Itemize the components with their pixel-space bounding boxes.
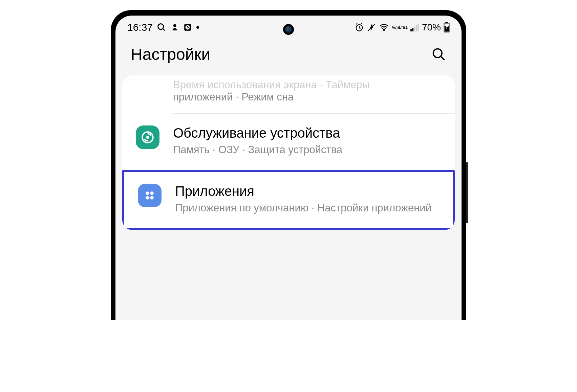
signal-icon [410,23,419,31]
vibrate-icon [367,23,376,32]
svg-point-29 [146,196,149,200]
settings-item-device-care[interactable]: Обслуживание устройства Память · ОЗУ · З… [122,114,455,170]
search-icon [157,23,166,32]
svg-point-23 [433,49,442,57]
settings-item-partial[interactable]: Время использования экрана · Таймеры при… [122,75,455,113]
svg-point-7 [196,26,199,29]
svg-line-1 [163,29,165,31]
svg-point-30 [150,196,154,200]
svg-point-2 [173,24,176,27]
svg-point-0 [158,24,164,29]
item-content: Обслуживание устройства Память · ОЗУ · З… [173,125,441,157]
item-content: Приложения Приложения по умолчанию · Нас… [175,184,439,215]
item-subtitle: Память · ОЗУ · Защита устройства [173,143,441,157]
partial-item-text: приложений · Режим сна [173,91,441,103]
item-title: Приложения [175,184,439,199]
svg-point-27 [146,191,149,195]
search-button[interactable] [431,47,446,62]
clock-icon [183,23,192,32]
phone-frame: 16:37 [111,10,466,320]
volte-icon: Vo)) LTE1 [392,26,408,29]
battery-icon [444,22,450,32]
device-care-icon [136,125,159,149]
phone-screen: 16:37 [115,16,462,320]
camera-hole [283,24,294,35]
svg-rect-18 [416,25,417,31]
power-button [466,162,468,223]
status-time: 16:37 [127,22,153,33]
settings-item-apps[interactable]: Приложения Приложения по умолчанию · Нас… [122,170,455,230]
dot-icon [196,26,199,29]
settings-card: Время использования экрана · Таймеры при… [122,75,455,230]
status-bar-right: Vo)) LTE1 70% [355,22,450,33]
svg-point-28 [150,191,154,195]
svg-line-10 [359,28,361,28]
svg-point-26 [146,136,149,139]
svg-rect-19 [418,24,419,31]
battery-percent: 70% [422,22,441,33]
partial-item-faded-text: Время использования экрана · Таймеры [173,79,441,91]
svg-line-12 [361,23,363,24]
item-subtitle: Приложения по умолчанию · Настройки прил… [175,201,439,215]
alarm-icon [355,23,364,32]
svg-line-11 [356,23,358,24]
svg-line-24 [441,56,445,60]
wifi-icon [379,23,389,31]
person-icon [170,23,179,32]
svg-point-14 [383,29,385,30]
svg-rect-17 [414,26,415,31]
apps-icon [138,184,162,207]
page-title: Настройки [131,45,210,64]
svg-rect-16 [412,28,413,31]
item-title: Обслуживание устройства [173,125,441,141]
settings-header: Настройки [115,37,462,75]
status-bar-left: 16:37 [127,22,199,33]
svg-rect-15 [410,29,412,31]
